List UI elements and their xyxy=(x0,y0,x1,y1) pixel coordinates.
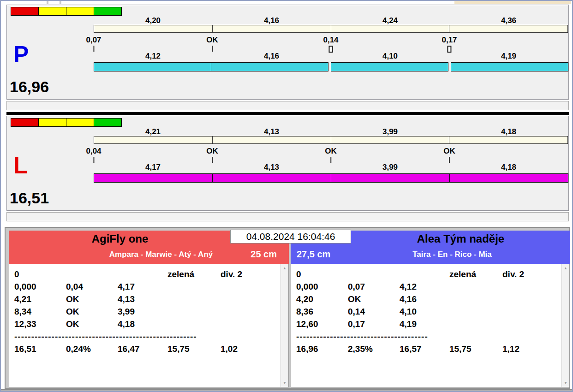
checkpoint-label: 0,14 xyxy=(323,36,338,45)
table-cell: 12,60 xyxy=(296,319,348,329)
table-cell: 15,75 xyxy=(449,344,502,354)
table-cell: div. 2 xyxy=(221,269,242,279)
window-bottom-strip xyxy=(1,389,572,392)
split-bar-total xyxy=(94,136,568,144)
run-panel-p: P 4,20 4,16 4,24 4,36 0,07 OK 0,14 0,17 xyxy=(6,5,569,100)
split-value: 4,21 xyxy=(94,127,212,137)
table-cell: OK xyxy=(66,294,118,304)
scrollbar[interactable]: ▲ ▼ xyxy=(281,264,288,387)
table-cell: 3,99 xyxy=(118,307,167,317)
checkpoint-label: OK xyxy=(443,147,455,156)
split-bar-clean xyxy=(94,62,568,71)
table-row: --------------------------------------- xyxy=(291,332,569,344)
split-values-clean: 4,17 4,13 3,99 4,18 xyxy=(94,163,568,172)
lane-letter: L xyxy=(13,154,28,177)
bar-segment xyxy=(449,137,567,143)
table-cell: 4,12 xyxy=(400,282,449,292)
checkpoint-marker-icon xyxy=(93,46,94,52)
split-values-total: 4,21 4,13 3,99 4,18 xyxy=(94,127,568,137)
table-cell: 16,96 xyxy=(296,344,348,354)
table-cell: 0 xyxy=(296,269,348,279)
checkpoint: OK xyxy=(325,147,337,163)
panel-divider xyxy=(6,112,569,115)
bar-segment xyxy=(331,173,450,183)
checkpoint: 0,17 xyxy=(442,36,457,53)
bar-segment xyxy=(449,173,568,183)
status-segment-yellow xyxy=(38,118,66,127)
checkpoint-label: 0,04 xyxy=(86,147,101,156)
table-row: 8,34OK3,99 xyxy=(9,307,288,319)
table-cell: 1,12 xyxy=(502,344,519,354)
status-segment-yellow xyxy=(66,7,94,16)
window-chrome-tick xyxy=(60,1,61,4)
checkpoint: 0,04 xyxy=(86,147,101,163)
split-bar-clean xyxy=(94,173,568,183)
scroll-down-icon[interactable]: ▼ xyxy=(281,381,288,385)
table-cell: 4,16 xyxy=(400,294,449,304)
bar-segment xyxy=(94,173,213,183)
bar-segment xyxy=(212,173,331,183)
table-row: 0,0000,074,12 xyxy=(291,282,569,294)
split-values-total: 4,20 4,16 4,24 4,36 xyxy=(94,16,568,25)
bar-segment xyxy=(213,25,331,32)
bar-segment xyxy=(331,62,448,71)
table-cell: 8,34 xyxy=(14,307,66,317)
bar-segment xyxy=(211,62,328,71)
panel-footer-strip xyxy=(6,212,569,221)
status-light-bar xyxy=(11,118,121,127)
status-segment-red xyxy=(11,7,39,16)
split-value: 4,18 xyxy=(449,127,568,137)
split-value: 4,17 xyxy=(94,163,212,172)
table-cell: 0,14 xyxy=(348,307,400,317)
scroll-up-icon[interactable]: ▲ xyxy=(562,266,569,270)
bar-segment xyxy=(331,25,450,32)
scroll-down-icon[interactable]: ▼ xyxy=(562,381,569,385)
table-cell: 0,000 xyxy=(14,282,66,292)
status-segment-red xyxy=(11,118,39,127)
checkpoint: OK xyxy=(206,147,218,163)
bar-segment xyxy=(451,62,568,71)
split-value: 3,99 xyxy=(331,163,449,172)
status-segment-green xyxy=(94,118,122,127)
scrollbar[interactable]: ▲ ▼ xyxy=(561,264,569,387)
datetime-display: 04.08.2024 16:04:46 xyxy=(230,230,351,244)
checkpoint: 0,07 xyxy=(86,36,101,52)
table-cell: 4,21 xyxy=(14,294,66,304)
table-cell: 4,10 xyxy=(400,307,449,317)
table-cell: OK xyxy=(66,319,118,329)
total-time: 16,96 xyxy=(10,79,49,95)
checkpoint: OK xyxy=(206,36,218,52)
checkpoint-label: OK xyxy=(206,36,218,45)
table-cell: OK xyxy=(348,294,400,304)
table-cell: 16,57 xyxy=(400,344,449,354)
bar-segment xyxy=(94,25,213,32)
scroll-up-icon[interactable]: ▲ xyxy=(281,266,288,270)
table-cell: 0,17 xyxy=(348,319,400,329)
split-value: 4,24 xyxy=(331,16,449,25)
table-cell: 0 xyxy=(14,269,66,279)
table-row: 12,33OK4,18 xyxy=(9,319,288,332)
checkpoint-marker-icon xyxy=(93,157,94,163)
table-cell: OK xyxy=(66,307,118,317)
panel-footer-strip xyxy=(6,101,569,110)
table-cell: 0,24% xyxy=(66,344,118,354)
window-top-strip xyxy=(1,1,572,5)
bar-segment xyxy=(94,62,211,71)
application-window: P 4,20 4,16 4,24 4,36 0,07 OK 0,14 0,17 xyxy=(0,0,573,392)
table-cell: 0,07 xyxy=(348,282,400,292)
jump-height-label: 27,5 cm xyxy=(297,249,330,260)
table-row: 4,21OK4,13 xyxy=(9,294,288,307)
status-light-bar xyxy=(11,7,121,16)
table-cell: 0,04 xyxy=(66,282,118,292)
checkpoint-marker-icon xyxy=(212,157,213,163)
checkpoint: 0,14 xyxy=(323,36,338,53)
table-row: 16,962,35%16,5715,751,12 xyxy=(291,344,569,356)
split-values-clean: 4,12 4,16 4,10 4,19 xyxy=(94,52,568,61)
table-cell: 15,75 xyxy=(167,344,221,354)
checkpoint-label: OK xyxy=(325,147,337,156)
table-cell: 1,02 xyxy=(221,344,238,354)
table-cell: 0,000 xyxy=(296,282,348,292)
lane-letter: P xyxy=(13,43,29,66)
table-cell: div. 2 xyxy=(502,269,524,279)
checkpoint-marker-icon xyxy=(212,46,213,52)
